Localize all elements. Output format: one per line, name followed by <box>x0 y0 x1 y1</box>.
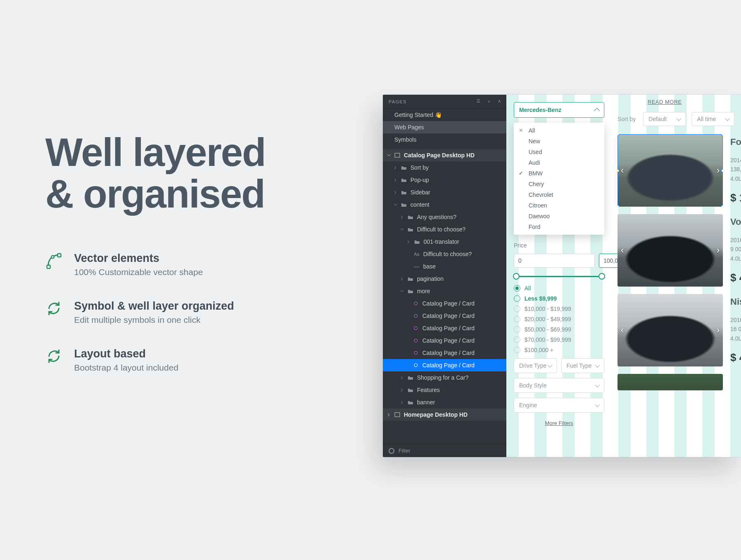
chevron-right-icon <box>407 240 410 244</box>
chevron-down-icon <box>400 289 404 293</box>
layer-content[interactable]: content <box>383 198 506 211</box>
brand-select[interactable]: Mercedes-Benz <box>514 102 604 118</box>
listing-card[interactable] <box>618 374 741 390</box>
layer-any-questions[interactable]: Any questions? <box>383 211 506 223</box>
card-thumbnail: ‹ › <box>618 214 723 287</box>
dropdown-option[interactable]: Daewoo <box>514 211 604 222</box>
fuel-type-select[interactable]: Fuel Type <box>561 358 604 373</box>
svg-rect-0 <box>47 265 50 268</box>
dropdown-option[interactable]: Audi <box>514 157 604 168</box>
add-page-icon[interactable]: ＋ <box>487 98 492 105</box>
layer-card-symbol[interactable]: Catalog Page / Card <box>383 347 506 359</box>
dropdown-option[interactable]: Ford <box>514 222 604 232</box>
listing-card[interactable]: ‹ › Vo 2016 9 00 4.0L $ 4 <box>618 214 741 287</box>
dropdown-option[interactable]: ✕All <box>514 125 604 136</box>
chevron-left-icon[interactable]: ‹ <box>621 165 624 176</box>
layer-banner[interactable]: banner <box>383 396 506 408</box>
layer-difficult[interactable]: Difficult to choose? <box>383 223 506 236</box>
page-symbols[interactable]: Symbols <box>383 133 506 146</box>
price-label: Price <box>514 242 604 249</box>
chevron-right-icon[interactable]: › <box>717 325 720 336</box>
chevron-right-icon <box>400 376 404 380</box>
dropdown-option[interactable]: Used <box>514 147 604 157</box>
more-filters-link[interactable]: More Filters <box>514 420 604 426</box>
sort-select[interactable]: Default <box>643 112 686 126</box>
radio-20-50[interactable]: $20,000 - $49,999 <box>514 316 604 322</box>
card-thumbnail: ‹ › <box>618 134 723 207</box>
artboard-catalog[interactable]: Catalog Page Desktop HD <box>383 149 506 161</box>
layer-card-symbol[interactable]: Catalog Page / Card <box>383 297 506 310</box>
feature-title: Symbol & well layer organized <box>74 300 234 313</box>
layer-card-symbol-selected[interactable]: Catalog Page / Card <box>383 359 506 371</box>
radio-all[interactable]: All <box>514 285 604 292</box>
engine-select[interactable]: Engine <box>514 398 604 413</box>
dropdown-option[interactable]: Chery <box>514 179 604 189</box>
folder-icon <box>401 189 407 196</box>
drive-type-select[interactable]: Drive Type <box>514 358 557 373</box>
chevron-down-icon <box>548 363 552 367</box>
layer-translator[interactable]: 001-translator <box>383 236 506 248</box>
sort-label: Sort by <box>618 116 636 122</box>
price-min-input[interactable] <box>514 254 595 268</box>
radio-less-10k[interactable]: Less $9,999 <box>514 295 604 302</box>
layer-pagination[interactable]: pagination <box>383 273 506 285</box>
slider-thumb-min[interactable] <box>513 273 520 280</box>
dropdown-option[interactable]: Chevrolet <box>514 189 604 200</box>
symbol-icon <box>412 350 419 356</box>
artboard-homepage[interactable]: Homepage Desktop HD <box>383 408 506 421</box>
dropdown-option[interactable]: Citroen <box>514 200 604 211</box>
slider-thumb-max[interactable] <box>599 273 605 280</box>
price-slider[interactable] <box>514 273 604 280</box>
text-icon: Aa <box>413 251 420 257</box>
layer-sort-by[interactable]: Sort by <box>383 161 506 174</box>
layer-rect-base[interactable]: — base <box>383 260 506 273</box>
close-icon: ✕ <box>519 127 523 133</box>
chevron-left-icon[interactable]: ‹ <box>621 325 624 336</box>
read-more-link[interactable]: READ MORE <box>648 99 741 105</box>
card-title: Vo <box>730 217 741 227</box>
dropdown-option[interactable]: New <box>514 136 604 147</box>
chevron-right-icon <box>394 178 397 182</box>
chevron-right-icon <box>400 401 404 404</box>
pages-list: Getting Started 👋 Web Pages Symbols <box>383 109 506 146</box>
svg-rect-4 <box>395 413 400 417</box>
layers-header-title: PAGES <box>389 99 407 104</box>
card-price: $ 1 <box>730 191 741 204</box>
layer-features[interactable]: Features <box>383 384 506 396</box>
folder-icon <box>407 399 414 406</box>
layer-popup[interactable]: Pop-up <box>383 174 506 186</box>
symbol-icon <box>412 325 419 331</box>
vector-icon <box>45 252 63 269</box>
page-getting-started[interactable]: Getting Started 👋 <box>383 109 506 121</box>
dropdown-option[interactable]: ✓BMW <box>514 168 604 179</box>
layer-sidebar[interactable]: Sidebar <box>383 186 506 198</box>
layer-more[interactable]: more <box>383 285 506 297</box>
layer-shopping[interactable]: Shopping for a Car? <box>383 371 506 384</box>
folder-icon <box>407 226 414 233</box>
chevron-right-icon[interactable]: › <box>717 165 720 176</box>
chevron-right-icon[interactable]: › <box>717 245 720 256</box>
list-view-icon[interactable]: ☰ <box>476 98 481 105</box>
layer-card-symbol[interactable]: Catalog Page / Card <box>383 322 506 334</box>
card-price: $ 4 <box>730 271 741 284</box>
chevron-left-icon[interactable]: ‹ <box>621 245 624 256</box>
artboard-icon <box>394 152 401 159</box>
period-select[interactable]: All time <box>692 112 734 126</box>
radio-10-20[interactable]: $10,000 - $19,999 <box>514 306 604 312</box>
body-style-select[interactable]: Body Style <box>514 378 604 393</box>
radio-100plus[interactable]: $100,000 + <box>514 347 604 353</box>
layer-filter[interactable]: Filter <box>383 444 506 457</box>
radio-50-70[interactable]: $50,000 - $69,999 <box>514 326 604 333</box>
layer-text-difficult[interactable]: Aa Difficult to choose? <box>383 248 506 260</box>
card-title: Nis <box>730 296 741 307</box>
layer-card-symbol[interactable]: Catalog Page / Card <box>383 334 506 347</box>
radio-70-100[interactable]: $70,000 - $99,999 <box>514 336 604 343</box>
feature-vector: Vector elements 100% Customizable vector… <box>45 252 354 277</box>
listing-card[interactable]: ‹ › Nis 2016 16 0 4.0L $ 4 <box>618 294 741 366</box>
page-web-pages[interactable]: Web Pages <box>383 121 506 133</box>
collapse-icon[interactable]: ∧ <box>498 98 501 105</box>
chevron-up-icon <box>594 107 600 113</box>
layer-card-symbol[interactable]: Catalog Page / Card <box>383 310 506 322</box>
layers-header: PAGES ☰ ＋ ∧ <box>383 95 506 109</box>
listing-card[interactable]: ‹ › Fo 2014 138, 4.0L $ 1 <box>618 134 741 207</box>
